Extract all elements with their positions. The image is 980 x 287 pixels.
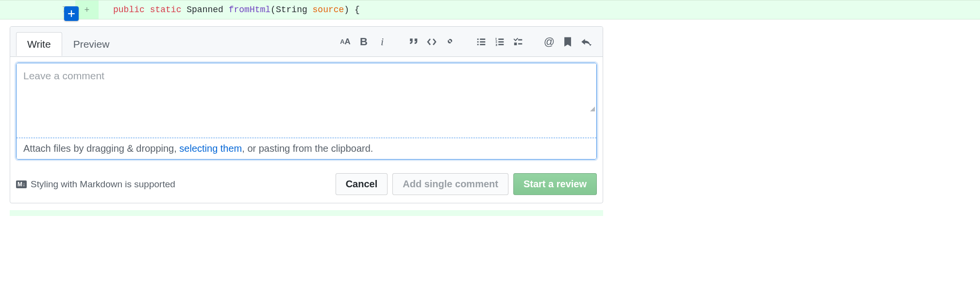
comment-body: Attach files by dragging & dropping, sel… [10,57,603,165]
italic-button[interactable]: i [376,36,388,48]
select-files-link[interactable]: selecting them [179,143,242,154]
reply-icon [581,36,591,47]
tab-nav: Write Preview AA B i [10,27,603,57]
form-footer: M↓ Styling with Markdown is supported Ca… [10,165,603,203]
code-button[interactable] [426,36,438,48]
markdown-toolbar: AA B i [339,36,597,52]
cancel-button[interactable]: Cancel [336,173,388,195]
link-button[interactable] [444,36,456,48]
code-content: public static Spanned fromHtml(String so… [99,5,360,15]
list-ol-icon [494,36,505,47]
bold-button[interactable]: B [358,36,370,48]
ordered-list-button[interactable] [494,36,506,48]
plus-icon [67,9,76,18]
bookmark-icon [562,36,573,47]
comment-textarea[interactable] [17,63,596,136]
tasklist-icon [513,36,524,47]
add-comment-button[interactable] [64,6,79,21]
comment-form: Write Preview AA B i [10,26,603,203]
unordered-list-button[interactable] [475,36,487,48]
diff-strip [10,210,603,216]
tab-preview[interactable]: Preview [62,32,121,56]
link-icon [445,36,456,47]
tab-write[interactable]: Write [16,32,62,56]
saved-replies-button[interactable] [562,36,574,48]
markdown-badge-icon: M↓ [16,180,27,188]
mention-button[interactable]: @ [543,36,555,48]
start-review-button[interactable]: Start a review [513,173,597,195]
add-single-comment-button[interactable]: Add single comment [392,173,508,195]
quote-button[interactable] [407,36,419,48]
textarea-container: Attach files by dragging & dropping, sel… [16,63,597,160]
diff-addition-line: 72 + public static Spanned fromHtml(Stri… [0,0,980,19]
heading-button[interactable]: AA [339,36,351,48]
form-actions: Cancel Add single comment Start a review [336,173,597,195]
markdown-hint[interactable]: M↓ Styling with Markdown is supported [16,179,175,190]
reply-menu-button[interactable] [580,36,592,48]
diff-sign: + [75,0,99,19]
line-number-gutter: 72 [0,5,75,15]
quote-icon [408,36,419,47]
task-list-button[interactable] [512,36,524,48]
list-ul-icon [476,36,487,47]
code-icon [426,36,437,47]
attach-hint[interactable]: Attach files by dragging & dropping, sel… [17,138,596,159]
